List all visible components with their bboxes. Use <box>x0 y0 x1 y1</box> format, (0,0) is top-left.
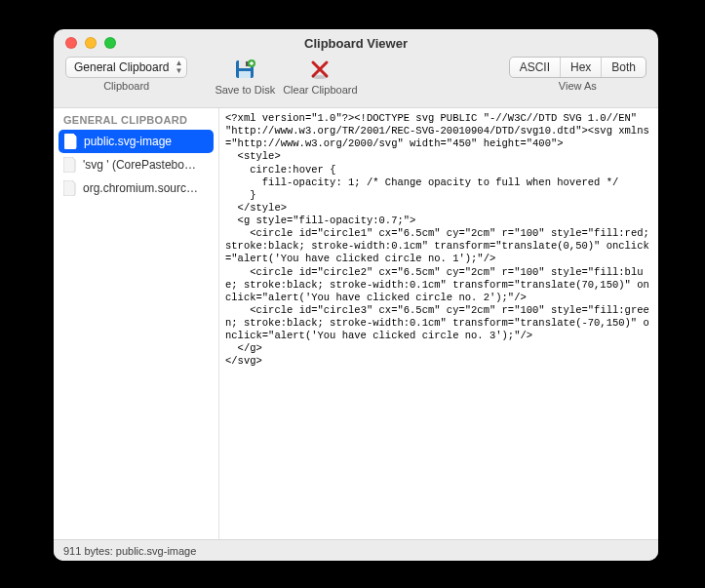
clipboard-select-label: General Clipboard <box>74 60 169 74</box>
clipboard-select-group: General Clipboard ▲▼ Clipboard <box>61 57 191 92</box>
close-icon[interactable] <box>65 37 77 49</box>
seg-both[interactable]: Both <box>602 58 646 77</box>
window-title: Clipboard Viewer <box>54 36 658 51</box>
minimize-icon[interactable] <box>85 37 97 49</box>
x-icon <box>308 58 332 81</box>
view-as-segmented: ASCII Hex Both <box>509 57 646 78</box>
sidebar-item-label: public.svg-image <box>84 135 172 148</box>
view-as-label: View As <box>559 80 597 92</box>
status-text: 911 bytes: public.svg-image <box>63 545 196 557</box>
sidebar-item-label: org.chromium.sourc… <box>83 181 198 195</box>
file-icon <box>64 134 78 149</box>
content-area: GENERAL CLIPBOARD public.svg-image 'svg … <box>54 107 658 539</box>
updown-icon: ▲▼ <box>175 59 182 75</box>
sidebar-item-label: 'svg ' (CorePastebo… <box>83 158 196 172</box>
sidebar-item-svg-corepaste[interactable]: 'svg ' (CorePastebo… <box>54 153 218 176</box>
sidebar: GENERAL CLIPBOARD public.svg-image 'svg … <box>54 108 219 539</box>
sidebar-header: GENERAL CLIPBOARD <box>54 108 218 130</box>
window: Clipboard Viewer General Clipboard ▲▼ Cl… <box>54 29 658 561</box>
file-icon <box>63 180 77 196</box>
file-icon <box>63 157 77 173</box>
seg-hex[interactable]: Hex <box>561 58 602 77</box>
save-to-disk-group: Save to Disk <box>211 57 279 96</box>
clear-clipboard-group: Clear Clipboard <box>279 57 361 96</box>
floppy-icon <box>233 58 256 81</box>
save-to-disk-button[interactable] <box>227 57 262 82</box>
view-as-group: ASCII Hex Both View As <box>505 57 650 92</box>
content-viewer[interactable]: <?xml version="1.0"?><!DOCTYPE svg PUBLI… <box>219 108 658 539</box>
clear-clipboard-button[interactable] <box>302 57 337 82</box>
traffic-lights <box>54 37 116 49</box>
svg-rect-3 <box>239 71 251 78</box>
svg-point-5 <box>312 75 328 79</box>
clear-clipboard-label: Clear Clipboard <box>283 84 357 96</box>
titlebar: Clipboard Viewer <box>54 29 658 57</box>
toolbar: General Clipboard ▲▼ Clipboard Save to D… <box>54 57 658 107</box>
clipboard-select[interactable]: General Clipboard ▲▼ <box>65 57 187 78</box>
clipboard-group-label: Clipboard <box>103 80 149 92</box>
zoom-icon[interactable] <box>104 37 116 49</box>
statusbar: 911 bytes: public.svg-image <box>54 539 658 561</box>
sidebar-item-public-svg[interactable]: public.svg-image <box>59 130 214 153</box>
seg-ascii[interactable]: ASCII <box>510 58 561 77</box>
save-to-disk-label: Save to Disk <box>215 84 275 96</box>
sidebar-item-chromium-source[interactable]: org.chromium.sourc… <box>54 176 218 200</box>
